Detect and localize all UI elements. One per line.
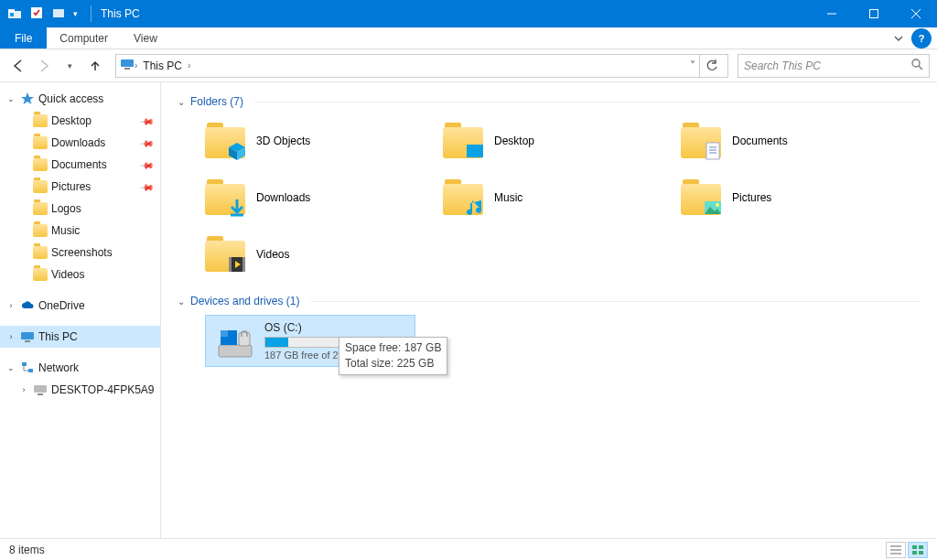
tab-computer[interactable]: Computer (47, 27, 121, 48)
sidebar-quick-item[interactable]: ›Documents📌 (0, 154, 160, 176)
folder-icon (443, 123, 483, 159)
refresh-button[interactable] (699, 55, 724, 77)
folder-item[interactable]: Music (443, 172, 672, 223)
svg-rect-1 (8, 9, 15, 12)
group-drives-header[interactable]: ⌄ Devices and drives (1) (178, 295, 921, 307)
qat-dropdown-icon[interactable]: ▾ (73, 9, 78, 18)
svg-point-30 (716, 203, 719, 207)
svg-rect-14 (25, 340, 30, 342)
folder-icon (681, 179, 721, 216)
chevron-right-icon[interactable]: › (5, 332, 16, 341)
desktop-icon (465, 141, 485, 161)
tree-network-computer[interactable]: › DESKTOP-4FPK5A9 (0, 379, 160, 401)
folder-label: Music (494, 191, 522, 204)
minimize-button[interactable] (811, 0, 853, 27)
tree-this-pc[interactable]: › This PC (0, 326, 160, 348)
sidebar-quick-item[interactable]: ›Desktop📌 (0, 110, 160, 132)
window-title: This PC (101, 7, 140, 20)
doc-icon (703, 141, 723, 161)
sidebar-quick-item[interactable]: ›Downloads📌 (0, 132, 160, 154)
qat-properties-icon[interactable] (29, 5, 44, 23)
sidebar-quick-item[interactable]: ›Logos (0, 198, 160, 220)
chevron-down-icon[interactable]: ⌄ (5, 363, 16, 372)
back-button[interactable] (7, 55, 29, 77)
recent-locations-button[interactable]: ▾ (59, 55, 81, 77)
svg-line-12 (919, 66, 922, 70)
tree-quick-access[interactable]: ⌄ Quick access (0, 88, 160, 110)
sidebar-quick-item[interactable]: ›Pictures📌 (0, 176, 160, 198)
svg-rect-4 (53, 9, 64, 17)
help-button[interactable]: ? (911, 28, 932, 48)
tree-label: Downloads (51, 136, 105, 149)
status-bar: 8 items (0, 538, 937, 560)
svg-rect-38 (239, 332, 250, 346)
close-button[interactable] (895, 0, 937, 27)
tree-onedrive[interactable]: › OneDrive (0, 295, 160, 317)
svg-rect-6 (870, 10, 878, 18)
tree-label: Pictures (51, 180, 91, 193)
tree-label: DESKTOP-4FPK5A9 (51, 383, 155, 396)
svg-rect-33 (242, 257, 245, 272)
chevron-right-icon[interactable]: › (188, 60, 190, 70)
view-details-button[interactable] (886, 542, 906, 558)
sidebar-quick-item[interactable]: ›Music (0, 220, 160, 242)
tree-network[interactable]: ⌄ Network (0, 357, 160, 379)
breadcrumb-this-pc[interactable]: This PC (137, 59, 188, 72)
title-bar: ▾ This PC (0, 0, 937, 27)
file-tab[interactable]: File (0, 27, 47, 48)
forward-button[interactable] (33, 55, 55, 77)
chevron-down-icon: ⌄ (178, 296, 185, 307)
drive-name: OS (C:) (264, 321, 405, 334)
pin-icon: 📌 (140, 157, 155, 172)
ribbon-collapse-icon[interactable] (886, 27, 911, 48)
tree-label: Network (38, 361, 79, 374)
chevron-right-icon[interactable]: › (5, 301, 16, 310)
folder-item[interactable]: 3D Objects (205, 115, 434, 167)
chevron-down-icon[interactable]: ⌄ (5, 94, 16, 103)
address-history-icon[interactable]: ˅ (686, 59, 699, 72)
cube-icon (227, 141, 247, 161)
network-icon (20, 361, 35, 375)
video-icon (227, 254, 247, 275)
tooltip-line: Space free: 187 GB (345, 340, 441, 356)
chevron-right-icon[interactable]: › (18, 385, 29, 394)
group-label: Folders (7) (190, 95, 243, 108)
group-folders-header[interactable]: ⌄ Folders (7) (178, 95, 921, 108)
search-icon (910, 58, 923, 73)
svg-rect-17 (34, 385, 47, 393)
quick-access-toolbar: ▾ (0, 5, 85, 23)
folder-item[interactable]: Pictures (681, 172, 910, 223)
navigation-bar: ▾ › This PC › ˅ Search This PC (0, 49, 937, 82)
up-button[interactable] (84, 55, 106, 77)
title-separator (91, 5, 92, 22)
svg-rect-42 (912, 545, 917, 549)
folder-item[interactable]: Desktop (443, 115, 672, 167)
folder-icon (681, 123, 721, 159)
sidebar-quick-item[interactable]: ›Videos (0, 264, 160, 285)
folder-item[interactable]: Downloads (205, 172, 434, 223)
address-bar[interactable]: › This PC › ˅ (115, 54, 728, 78)
folder-item[interactable]: Videos (205, 229, 434, 280)
svg-rect-22 (467, 145, 483, 157)
window-controls (811, 0, 937, 27)
folder-label: Videos (256, 248, 289, 261)
group-label: Devices and drives (1) (190, 295, 299, 307)
sidebar-quick-item[interactable]: ›Screenshots (0, 242, 160, 264)
svg-rect-2 (10, 13, 14, 16)
folder-icon (205, 123, 245, 159)
folder-icon (33, 135, 48, 150)
qat-new-folder-icon[interactable] (51, 5, 66, 23)
computer-icon (33, 382, 48, 397)
view-large-icons-button[interactable] (908, 542, 928, 558)
tree-label: Quick access (38, 92, 103, 105)
down-icon (227, 198, 247, 218)
folder-item[interactable]: Documents (681, 115, 910, 167)
tree-label: Desktop (51, 114, 92, 127)
search-input[interactable]: Search This PC (738, 54, 930, 78)
tab-view[interactable]: View (121, 27, 170, 48)
pin-icon: 📌 (140, 113, 155, 128)
svg-rect-35 (219, 345, 252, 357)
item-count: 8 items (9, 544, 45, 556)
maximize-button[interactable] (853, 0, 895, 27)
tree-label: Music (51, 224, 80, 237)
